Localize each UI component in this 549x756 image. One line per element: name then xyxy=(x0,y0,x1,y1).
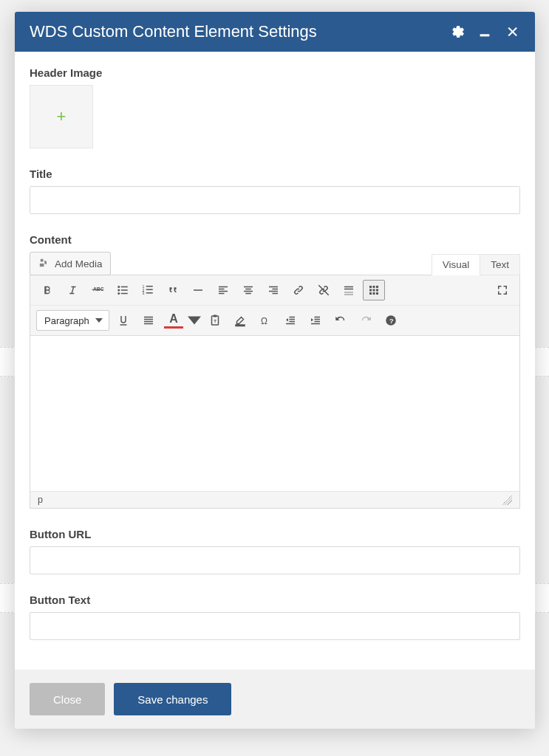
unlink-icon[interactable] xyxy=(313,280,335,300)
svg-text:3: 3 xyxy=(143,291,145,295)
add-media-label: Add Media xyxy=(55,258,103,269)
indent-icon[interactable] xyxy=(304,310,327,331)
format-select[interactable]: Paragraph xyxy=(36,310,109,331)
svg-rect-43 xyxy=(144,319,153,320)
plus-icon: + xyxy=(57,109,67,125)
close-button[interactable]: Close xyxy=(30,683,105,715)
strikethrough-icon[interactable]: ABC xyxy=(86,280,109,300)
align-left-icon[interactable] xyxy=(212,280,234,300)
svg-rect-53 xyxy=(286,323,295,325)
horizontal-rule-icon[interactable] xyxy=(187,280,209,300)
special-character-icon[interactable]: Ω xyxy=(254,310,276,331)
svg-rect-21 xyxy=(245,289,251,290)
editor-wrap: ABC 123 Paragraph xyxy=(30,275,520,509)
button-text-section: Button Text xyxy=(30,594,520,640)
editor-status-bar: p xyxy=(30,491,519,508)
editor-topbar: Add Media Visual Text xyxy=(30,252,520,275)
svg-rect-35 xyxy=(376,286,378,288)
button-url-input[interactable] xyxy=(30,546,520,574)
svg-rect-20 xyxy=(244,286,253,288)
insert-more-icon[interactable] xyxy=(338,280,360,300)
close-icon[interactable] xyxy=(505,24,520,39)
button-url-section: Button URL xyxy=(30,528,520,574)
svg-rect-42 xyxy=(144,317,153,318)
svg-rect-18 xyxy=(219,291,228,292)
svg-text:Ω: Ω xyxy=(261,316,267,326)
align-right-icon[interactable] xyxy=(262,280,284,300)
editor-toolbar-row1: ABC 123 xyxy=(30,275,519,306)
bulleted-list-icon[interactable] xyxy=(112,280,134,300)
button-text-label: Button Text xyxy=(30,594,520,606)
text-color-letter: A xyxy=(164,312,183,329)
clear-formatting-icon[interactable] xyxy=(229,310,251,331)
tab-visual[interactable]: Visual xyxy=(432,254,481,275)
editor-path: p xyxy=(38,495,43,505)
svg-rect-16 xyxy=(219,286,228,288)
gear-icon[interactable] xyxy=(449,24,464,39)
svg-text:ABC: ABC xyxy=(93,286,104,292)
svg-rect-25 xyxy=(273,289,279,290)
fullscreen-icon[interactable] xyxy=(491,280,514,300)
svg-rect-54 xyxy=(315,317,321,318)
blockquote-icon[interactable] xyxy=(162,280,184,300)
svg-rect-24 xyxy=(269,286,278,288)
svg-rect-52 xyxy=(290,321,296,323)
svg-rect-15 xyxy=(194,289,202,291)
underline-icon[interactable] xyxy=(112,310,134,331)
undo-icon[interactable] xyxy=(330,310,352,331)
modal-header: WDS Custom Content Element Settings xyxy=(15,12,535,52)
media-icon xyxy=(38,256,50,271)
toolbar-toggle-icon[interactable] xyxy=(363,280,385,300)
italic-icon[interactable] xyxy=(61,280,83,300)
text-color-icon[interactable]: A xyxy=(163,310,185,331)
editor-tabs: Visual Text xyxy=(432,254,520,275)
header-image-upload[interactable]: + xyxy=(30,85,93,148)
svg-point-4 xyxy=(117,289,120,292)
svg-rect-44 xyxy=(144,321,153,323)
title-input[interactable] xyxy=(30,186,520,214)
save-changes-button[interactable]: Save changes xyxy=(114,683,231,715)
svg-point-5 xyxy=(117,292,120,295)
svg-rect-12 xyxy=(146,286,153,287)
svg-rect-29 xyxy=(344,286,353,288)
svg-rect-0 xyxy=(480,35,489,36)
justify-icon[interactable] xyxy=(137,310,160,331)
minimize-icon[interactable] xyxy=(477,24,492,39)
text-color-picker-icon[interactable] xyxy=(188,310,201,331)
svg-text:?: ? xyxy=(389,317,394,325)
button-text-input[interactable] xyxy=(30,612,520,640)
outdent-icon[interactable] xyxy=(279,310,301,331)
settings-modal: WDS Custom Content Element Settings Head… xyxy=(15,12,535,729)
svg-rect-19 xyxy=(219,293,225,295)
svg-text:T: T xyxy=(214,319,216,323)
bold-icon[interactable] xyxy=(36,280,58,300)
align-center-icon[interactable] xyxy=(237,280,259,300)
title-label: Title xyxy=(30,168,520,180)
svg-rect-41 xyxy=(376,292,378,295)
help-icon[interactable]: ? xyxy=(380,310,402,331)
svg-point-3 xyxy=(117,286,120,288)
svg-rect-47 xyxy=(214,315,217,317)
redo-icon[interactable] xyxy=(355,310,377,331)
svg-rect-8 xyxy=(121,293,128,295)
svg-rect-31 xyxy=(344,292,353,293)
link-icon[interactable] xyxy=(287,280,310,300)
svg-rect-50 xyxy=(290,317,296,318)
modal-title: WDS Custom Content Element Settings xyxy=(30,22,317,41)
svg-rect-56 xyxy=(315,321,321,323)
header-image-section: Header Image + xyxy=(30,66,520,148)
paste-text-icon[interactable]: T xyxy=(204,310,226,331)
resize-grip-icon[interactable] xyxy=(502,495,512,505)
header-image-label: Header Image xyxy=(30,66,520,79)
svg-rect-36 xyxy=(369,289,372,292)
modal-footer: Close Save changes xyxy=(15,670,535,729)
svg-rect-32 xyxy=(344,294,353,295)
add-media-button[interactable]: Add Media xyxy=(30,252,111,275)
content-editor[interactable] xyxy=(30,336,519,491)
tab-text[interactable]: Text xyxy=(480,254,520,275)
svg-rect-17 xyxy=(219,289,225,290)
title-section: Title xyxy=(30,168,520,214)
svg-rect-14 xyxy=(146,292,153,294)
numbered-list-icon[interactable]: 123 xyxy=(137,280,159,300)
editor-toolbar-row2: Paragraph A T Ω ? xyxy=(30,306,519,336)
